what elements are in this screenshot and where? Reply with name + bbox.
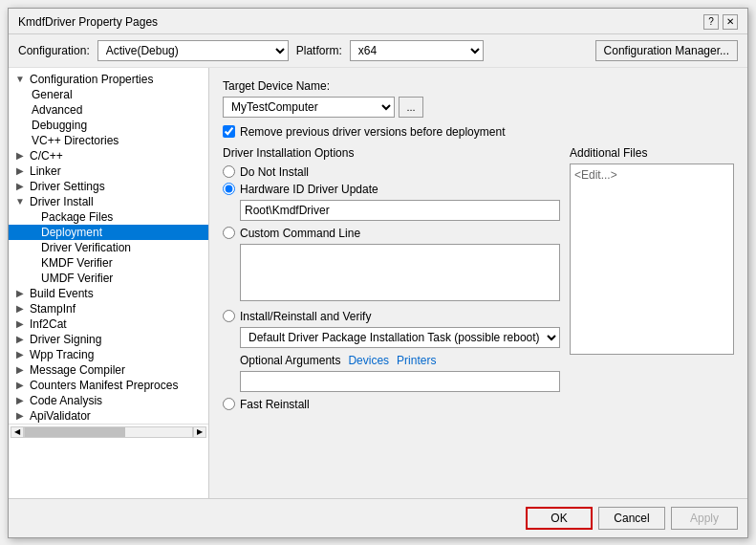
- remove-previous-checkbox[interactable]: [223, 125, 235, 138]
- right-panel: Target Device Name: MyTestComputer ... R…: [209, 68, 747, 498]
- arrow-icon: ▶: [12, 288, 28, 298]
- radio-do-not-install[interactable]: [223, 165, 235, 178]
- sidebar-item-build-events[interactable]: ▶ Build Events: [9, 286, 208, 301]
- sidebar-item-driver-settings[interactable]: ▶ Driver Settings: [9, 179, 208, 194]
- arrow-icon: ▶: [12, 303, 28, 314]
- sidebar-item-driver-verification[interactable]: Driver Verification: [9, 240, 208, 255]
- install-task-select[interactable]: Default Driver Package Installation Task…: [240, 327, 560, 348]
- radio-fast-reinstall-label[interactable]: Fast Reinstall: [240, 398, 310, 411]
- scroll-right-arrow[interactable]: ▶: [193, 426, 206, 438]
- sidebar: ▼ Configuration Properties General Advan…: [9, 68, 209, 498]
- optional-args-label: Optional Arguments: [240, 354, 340, 367]
- scroll-left-arrow[interactable]: ◀: [11, 426, 24, 438]
- radio-fast-reinstall[interactable]: [223, 398, 235, 410]
- arrow-icon: ▶: [12, 380, 28, 390]
- custom-command-textarea[interactable]: [240, 244, 560, 301]
- radio-custom-label[interactable]: Custom Command Line: [240, 227, 360, 240]
- arrow-icon: ▶: [12, 410, 28, 421]
- cancel-button[interactable]: Cancel: [598, 507, 665, 530]
- driver-install-section-title: Driver Installation Options: [223, 146, 560, 160]
- radio-fast-reinstall-row: Fast Reinstall: [223, 398, 560, 411]
- sidebar-item-umdf-verifier[interactable]: UMDF Verifier: [9, 271, 208, 286]
- ok-button[interactable]: OK: [526, 507, 593, 530]
- target-device-select[interactable]: MyTestComputer: [223, 97, 395, 118]
- remove-checkbox-row: Remove previous driver versions before d…: [223, 125, 734, 139]
- sidebar-item-code-analysis[interactable]: ▶ Code Analysis: [9, 393, 208, 408]
- title-bar-buttons: ? ✕: [703, 14, 738, 30]
- additional-files-section: Additional Files <Edit...>: [570, 146, 734, 415]
- sidebar-item-driver-signing[interactable]: ▶ Driver Signing: [9, 332, 208, 347]
- sidebar-item-general[interactable]: General: [9, 87, 208, 102]
- horizontal-scrollbar[interactable]: [24, 426, 193, 438]
- arrow-icon: ▶: [12, 334, 28, 344]
- config-label: Configuration:: [18, 44, 90, 57]
- sidebar-item-vc-directories[interactable]: VC++ Directories: [9, 133, 208, 148]
- arrow-icon: ▶: [12, 364, 28, 375]
- apply-button[interactable]: Apply: [671, 507, 738, 530]
- hardware-id-input[interactable]: [240, 200, 560, 221]
- arrow-icon: ▼: [12, 196, 28, 207]
- configuration-manager-button[interactable]: Configuration Manager...: [595, 40, 738, 61]
- platform-select[interactable]: x64: [350, 40, 484, 61]
- sidebar-item-counters-manifest[interactable]: ▶ Counters Manifest Preproces: [9, 378, 208, 393]
- arrow-icon: ▶: [12, 395, 28, 405]
- sidebar-item-package-files[interactable]: Package Files: [9, 209, 208, 225]
- optional-args-input[interactable]: [240, 371, 560, 392]
- arrow-icon: ▶: [12, 181, 28, 191]
- sidebar-item-cpp[interactable]: ▶ C/C++: [9, 148, 208, 164]
- close-button[interactable]: ✕: [723, 14, 738, 30]
- property-pages-dialog: KmdfDriver Property Pages ? ✕ Configurat…: [8, 8, 748, 538]
- sidebar-item-stampinf[interactable]: ▶ StampInf: [9, 301, 208, 316]
- dialog-title: KmdfDriver Property Pages: [18, 15, 158, 29]
- title-bar: KmdfDriver Property Pages ? ✕: [9, 9, 747, 34]
- radio-do-not-install-row: Do Not Install: [223, 165, 560, 179]
- radio-install-reinstall[interactable]: [223, 310, 235, 322]
- target-device-label: Target Device Name:: [223, 79, 734, 93]
- radio-hardware-id-row: Hardware ID Driver Update: [223, 183, 560, 196]
- additional-files-box[interactable]: <Edit...>: [570, 164, 734, 355]
- sidebar-item-deployment[interactable]: Deployment: [9, 225, 208, 240]
- radio-hardware-id-label[interactable]: Hardware ID Driver Update: [240, 183, 378, 196]
- arrow-icon: ▼: [12, 74, 28, 84]
- sidebar-item-message-compiler[interactable]: ▶ Message Compiler: [9, 362, 208, 378]
- radio-custom-row: Custom Command Line: [223, 227, 560, 240]
- help-button[interactable]: ?: [703, 14, 719, 30]
- arrow-icon: ▶: [12, 165, 28, 176]
- radio-install-reinstall-label[interactable]: Install/Reinstall and Verify: [240, 310, 371, 323]
- radio-do-not-install-label[interactable]: Do Not Install: [240, 165, 309, 179]
- driver-install-options: Driver Installation Options Do Not Insta…: [223, 146, 560, 415]
- bottom-bar: OK Cancel Apply: [9, 498, 747, 537]
- platform-label: Platform:: [296, 44, 342, 57]
- remove-checkbox-label[interactable]: Remove previous driver versions before d…: [240, 125, 505, 139]
- two-column-layout: Driver Installation Options Do Not Insta…: [223, 146, 734, 415]
- arrow-icon: ▶: [12, 349, 28, 360]
- configuration-select[interactable]: Active(Debug): [97, 40, 289, 61]
- sidebar-item-wpp-tracing[interactable]: ▶ Wpp Tracing: [9, 347, 208, 362]
- arrow-icon: ▶: [12, 318, 28, 329]
- arrow-icon: ▶: [12, 150, 28, 161]
- radio-custom-command-line[interactable]: [223, 227, 235, 239]
- target-device-browse-button[interactable]: ...: [399, 97, 423, 118]
- config-row: Configuration: Active(Debug) Platform: x…: [9, 34, 747, 68]
- printers-link[interactable]: Printers: [397, 354, 436, 367]
- main-content: ▼ Configuration Properties General Advan…: [9, 68, 747, 498]
- sidebar-item-kmdf-verifier[interactable]: KMDF Verifier: [9, 255, 208, 271]
- additional-files-edit-text: <Edit...>: [574, 168, 617, 182]
- sidebar-item-advanced[interactable]: Advanced: [9, 102, 208, 118]
- additional-files-label: Additional Files: [570, 146, 734, 160]
- sidebar-item-config-properties[interactable]: ▼ Configuration Properties: [9, 72, 208, 87]
- target-device-section: Target Device Name: MyTestComputer ...: [223, 79, 734, 118]
- sidebar-item-debugging[interactable]: Debugging: [9, 118, 208, 133]
- radio-hardware-id[interactable]: [223, 183, 235, 195]
- sidebar-item-linker[interactable]: ▶ Linker: [9, 164, 208, 179]
- sidebar-item-driver-install[interactable]: ▼ Driver Install: [9, 194, 208, 209]
- devices-link[interactable]: Devices: [348, 354, 389, 367]
- radio-install-reinstall-row: Install/Reinstall and Verify: [223, 310, 560, 323]
- sidebar-item-inf2cat[interactable]: ▶ Inf2Cat: [9, 316, 208, 332]
- sidebar-item-api-validator[interactable]: ▶ ApiValidator: [9, 408, 208, 424]
